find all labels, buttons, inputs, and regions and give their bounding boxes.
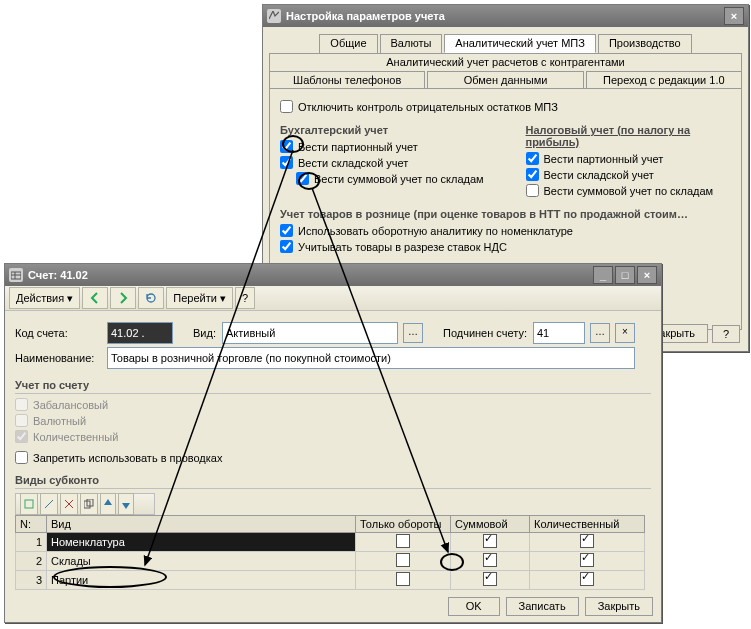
group-retail: Учет товаров в рознице (при оценке товар…: [280, 208, 731, 220]
parent-label: Подчинен счету:: [443, 327, 527, 339]
chk-nu-sum[interactable]: Вести суммовой учет по складам: [526, 184, 732, 197]
tab-phones[interactable]: Шаблоны телефонов: [269, 71, 425, 89]
toolbar-help-icon[interactable]: ?: [235, 287, 255, 309]
minimize-icon[interactable]: _: [593, 266, 613, 284]
tb-add-icon[interactable]: [20, 493, 38, 515]
parent-clear-icon[interactable]: ×: [615, 323, 635, 343]
chk-bu-sum[interactable]: Вести суммовой учет по складам: [296, 172, 486, 185]
tb-edit-icon[interactable]: [40, 493, 58, 515]
col-kind[interactable]: Вид: [47, 516, 356, 533]
settings-titlebar: Настройка параметров учета ×: [263, 5, 748, 27]
group-acct-head: Учет по счету: [15, 379, 651, 394]
actions-menu[interactable]: Действия ▾: [9, 287, 80, 309]
chk-cell[interactable]: [580, 553, 594, 567]
annotation-ellipse: [298, 172, 320, 190]
chk-cell[interactable]: [580, 534, 594, 548]
svg-rect-1: [25, 500, 33, 508]
chk-cell[interactable]: [483, 553, 497, 567]
settings-title: Настройка параметров учета: [286, 10, 445, 22]
nav-fwd-icon[interactable]: [110, 287, 136, 309]
acct-titlebar: Счет: 41.02 _ □ ×: [5, 264, 661, 286]
chk-nu-partion[interactable]: Вести партионный учет: [526, 152, 732, 165]
chk-bu-partion[interactable]: Вести партионный учет: [280, 140, 486, 153]
chk-retail-nomen[interactable]: Использовать оборотную аналитику по номе…: [280, 224, 731, 237]
chk-cell[interactable]: [483, 534, 497, 548]
annotation-ellipse: [53, 566, 167, 588]
col-sum[interactable]: Суммовой: [451, 516, 530, 533]
close-icon[interactable]: ×: [637, 266, 657, 284]
annotation-ellipse: [282, 135, 304, 153]
tab-exchange[interactable]: Обмен данными: [427, 71, 583, 89]
chk-offbalance[interactable]: Забалансовый: [15, 398, 651, 411]
tab-production[interactable]: Производство: [598, 34, 692, 53]
chk-currency[interactable]: Валютный: [15, 414, 651, 427]
kind-input[interactable]: [222, 322, 398, 344]
goto-menu[interactable]: Перейти ▾: [166, 287, 233, 309]
acct-save-button[interactable]: Записать: [506, 597, 579, 616]
chk-cell[interactable]: [483, 572, 497, 586]
name-input[interactable]: [107, 347, 635, 369]
parent-pick-icon[interactable]: …: [590, 323, 610, 343]
group-nu[interactable]: Налоговый учет (по налогу на прибыль): [526, 124, 732, 148]
col-turn[interactable]: Только обороты: [356, 516, 451, 533]
tb-del-icon[interactable]: [60, 493, 78, 515]
chk-nu-sklad[interactable]: Вести складской учет: [526, 168, 732, 181]
chk-bu-sklad[interactable]: Вести складской учет: [280, 156, 486, 169]
chk-quantity[interactable]: Количественный: [15, 430, 651, 443]
help-icon[interactable]: ?: [712, 325, 740, 343]
tab-contragents[interactable]: Аналитический учет расчетов с контрагент…: [269, 53, 742, 71]
group-bu: Бухгалтерский учет: [280, 124, 486, 136]
acct-title: Счет: 41.02: [28, 269, 88, 281]
tab-migrate[interactable]: Переход с редакции 1.0: [586, 71, 742, 89]
account-icon: [9, 268, 23, 282]
kind-label: Вид:: [193, 327, 216, 339]
code-input[interactable]: [107, 322, 173, 344]
name-label: Наименование:: [15, 352, 101, 364]
tab-general[interactable]: Общие: [319, 34, 377, 53]
maximize-icon[interactable]: □: [615, 266, 635, 284]
tb-copy-icon[interactable]: [80, 493, 98, 515]
kind-pick-icon[interactable]: …: [403, 323, 423, 343]
tab-mpz[interactable]: Аналитический учет МПЗ: [444, 34, 596, 53]
nav-back-icon[interactable]: [82, 287, 108, 309]
tb-down-icon[interactable]: [118, 493, 134, 515]
tab-currencies[interactable]: Валюты: [380, 34, 443, 53]
col-n[interactable]: N:: [16, 516, 47, 533]
settings-icon: [267, 9, 281, 23]
code-label: Код счета:: [15, 327, 101, 339]
acct-close-button[interactable]: Закрыть: [585, 597, 653, 616]
table-row[interactable]: 1 Номенклатура: [16, 533, 645, 552]
chk-forbid[interactable]: Запретить использовать в проводках: [15, 451, 651, 464]
close-icon[interactable]: ×: [724, 7, 744, 25]
chk-cell[interactable]: [396, 572, 410, 586]
col-qty[interactable]: Количественный: [530, 516, 645, 533]
chk-disable-neg[interactable]: Отключить контроль отрицательных остатко…: [280, 100, 731, 113]
tb-up-icon[interactable]: [100, 493, 116, 515]
subkonto-head: Виды субконто: [15, 474, 651, 489]
refresh-icon[interactable]: [138, 287, 164, 309]
chk-cell[interactable]: [580, 572, 594, 586]
acct-ok-button[interactable]: OK: [448, 597, 500, 616]
parent-input[interactable]: [533, 322, 585, 344]
annotation-ellipse: [440, 553, 464, 571]
chk-retail-nds[interactable]: Учитывать товары в разрезе ставок НДС: [280, 240, 731, 253]
chk-cell[interactable]: [396, 553, 410, 567]
chk-cell[interactable]: [396, 534, 410, 548]
